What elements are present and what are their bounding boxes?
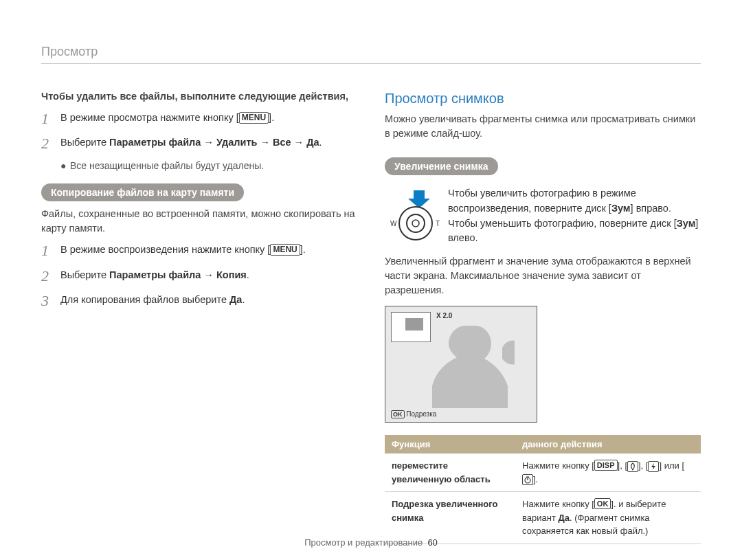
copy-step-2: 2 Выберите Параметры файла → Копия. xyxy=(41,268,357,284)
text-bold: Зум xyxy=(677,218,696,229)
section-rule xyxy=(41,63,701,64)
function-table: Функция данного действия переместите уве… xyxy=(385,435,701,544)
step-text: Для копирования файлов выберите Да. xyxy=(60,293,245,309)
svg-point-1 xyxy=(407,214,425,232)
table-row: переместите увеличенную область Нажмите … xyxy=(385,453,701,492)
disp-button-label: DISP xyxy=(594,460,618,471)
th-action: данного действия xyxy=(515,435,701,453)
macro-icon xyxy=(627,461,638,472)
copy-pill: Копирование файлов на карту памяти xyxy=(41,183,244,201)
step-number: 2 xyxy=(41,135,60,152)
th-function: Функция xyxy=(385,435,515,453)
right-column: Просмотр снимков Можно увеличивать фрагм… xyxy=(385,91,701,544)
bullet-dot: ● xyxy=(60,160,70,171)
step-number: 3 xyxy=(41,293,60,309)
right-intro: Можно увеличивать фрагменты снимка или п… xyxy=(385,112,701,141)
zoom-dial-icon: W T xyxy=(385,189,447,243)
footer-label: Просмотр и редактирование xyxy=(304,537,423,548)
ok-button-label: OK xyxy=(594,498,611,509)
delete-step-1: 1 В режиме просмотра нажмите кнопку [MEN… xyxy=(41,111,357,127)
left-column: Чтобы удалить все файлы, выполните следу… xyxy=(41,89,357,317)
text: Выберите xyxy=(60,137,109,148)
text: Для копирования файлов выберите xyxy=(60,294,229,305)
text-bold: Параметры файла → Копия xyxy=(109,269,247,280)
preview-silhouette xyxy=(427,320,530,408)
text: Нажмите кнопку [ xyxy=(522,499,594,509)
text: Выберите xyxy=(60,269,109,280)
text: В режиме просмотра нажмите кнопку [ xyxy=(60,112,239,123)
page-section-title: Просмотр xyxy=(41,45,98,59)
text-bold: Да xyxy=(558,513,570,523)
cell-action: Нажмите кнопку [DISP], [], [] или []. xyxy=(515,453,701,492)
delete-all-heading: Чтобы удалить все файлы, выполните следу… xyxy=(41,89,357,104)
text: . xyxy=(247,269,249,280)
text: Чтобы увеличить фотографию в режиме восп… xyxy=(448,188,636,214)
text: ]. xyxy=(269,112,274,123)
page-footer: Просмотр и редактирование 60 xyxy=(0,537,742,548)
zoom-block: W T Чтобы увеличить фотографию в режиме … xyxy=(385,186,701,246)
text-bold: Да xyxy=(229,294,242,305)
preview-ok-text: Подрезка xyxy=(406,410,436,418)
copy-step-3: 3 Для копирования файлов выберите Да. xyxy=(41,293,357,309)
manual-page: Просмотр Чтобы удалить все файлы, выполн… xyxy=(0,0,742,560)
text: ]. xyxy=(533,474,538,484)
text-bold: Зум xyxy=(611,203,631,214)
menu-button-label: MENU xyxy=(239,112,269,124)
text: ], [ xyxy=(638,460,648,471)
text: ], [ xyxy=(618,460,627,471)
copy-step-1: 1 В режиме воспроизведения нажмите кнопк… xyxy=(41,243,357,259)
zoom-dial-illustration: W T xyxy=(385,186,448,246)
zoom-preview-illustration: X 2.0 OK Подрезка xyxy=(385,306,537,423)
text: . xyxy=(319,137,322,148)
preview-zoom-value: X 2.0 xyxy=(436,312,452,320)
flash-icon xyxy=(648,461,659,472)
step-number: 1 xyxy=(41,243,60,259)
text: ] или [ xyxy=(659,460,684,471)
step-text: В режиме воспроизведения нажмите кнопку … xyxy=(60,243,306,259)
copy-intro: Файлы, сохраненные во встроенной памяти,… xyxy=(41,207,357,236)
text: ]. xyxy=(300,244,306,255)
zoom-instruction: Чтобы увеличить фотографию в режиме восп… xyxy=(448,186,701,246)
zoom-pill: Увеличение снимка xyxy=(385,157,498,175)
timer-icon xyxy=(522,474,533,485)
text: Нажмите кнопку [ xyxy=(522,460,594,471)
preview-thumb-highlight xyxy=(405,318,423,331)
table-header-row: Функция данного действия xyxy=(385,435,701,453)
zoom-w-label: W xyxy=(390,220,397,227)
cell-function: Подрезка увеличенного снимка xyxy=(385,492,515,544)
page-number: 60 xyxy=(427,537,437,548)
cell-function: переместите увеличенную область xyxy=(385,453,515,492)
delete-step-2: 2 Выберите Параметры файла → Удалить → В… xyxy=(41,135,357,152)
preview-thumb-frame xyxy=(391,312,431,342)
preview-ok-row: OK Подрезка xyxy=(391,410,436,418)
step-number: 2 xyxy=(41,268,60,284)
bullet-text: Все незащищенные файлы будут удалены. xyxy=(70,160,264,171)
step-text: Выберите Параметры файла → Удалить → Все… xyxy=(60,135,322,152)
delete-bullet: ● Все незащищенные файлы будут удалены. xyxy=(60,160,357,171)
step-text: Выберите Параметры файла → Копия. xyxy=(60,268,249,284)
table-row: Подрезка увеличенного снимка Нажмите кно… xyxy=(385,492,701,544)
cell-action: Нажмите кнопку [OK]. и выберите вариант … xyxy=(515,492,701,544)
text: . xyxy=(242,294,245,305)
right-heading: Просмотр снимков xyxy=(385,91,701,107)
zoom-t-label: T xyxy=(436,220,440,227)
step-text: В режиме просмотра нажмите кнопку [MENU]… xyxy=(60,111,274,127)
step-number: 1 xyxy=(41,111,60,127)
zoom-note: Увеличенный фрагмент и значение зума ото… xyxy=(385,254,701,298)
menu-button-label: MENU xyxy=(270,244,300,256)
text: В режиме воспроизведения нажмите кнопку … xyxy=(60,244,270,255)
ok-button-label: OK xyxy=(391,410,405,418)
text-bold: Параметры файла → Удалить → Все → Да xyxy=(109,137,319,148)
